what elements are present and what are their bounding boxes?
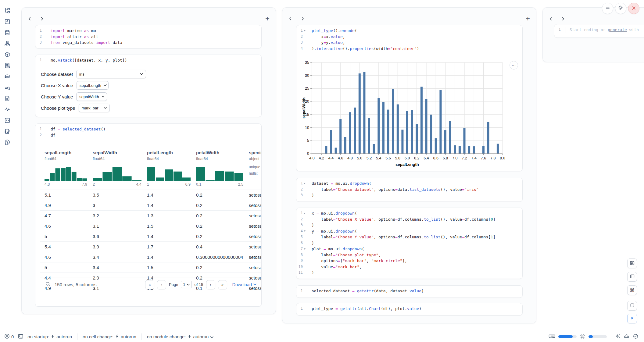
column-next-button[interactable]: [40, 17, 44, 21]
column-next-button[interactable]: [301, 17, 305, 21]
run-all-button[interactable]: [627, 314, 637, 323]
documentation-icon[interactable]: [3, 94, 11, 102]
code-line[interactable]: 4y = mo.ui.dropdown(: [296, 228, 522, 234]
snippets-icon[interactable]: [3, 116, 11, 124]
keyboard-shortcuts-button[interactable]: ⌘: [627, 285, 637, 295]
on-cell-change-config[interactable]: on cell change: autorun: [83, 334, 136, 340]
first-page-button[interactable]: «: [145, 280, 154, 289]
column-prev-button[interactable]: [288, 17, 292, 21]
shutdown-button[interactable]: [628, 3, 639, 14]
save-button[interactable]: [627, 258, 637, 268]
dependency-graph-icon[interactable]: [3, 40, 11, 48]
line-number: 1: [35, 28, 47, 34]
chevron-down-icon: [104, 84, 107, 86]
settings-button[interactable]: [615, 3, 626, 14]
code-line[interactable]: 4).interactive().properties(width="conta…: [296, 46, 522, 52]
chart-options-button[interactable]: ⋯: [510, 61, 518, 69]
code-line[interactable]: 2 x=x.value,: [296, 34, 522, 40]
code-line[interactable]: 3): [296, 222, 522, 228]
add-column-button[interactable]: +: [526, 15, 530, 22]
fold-chevron-icon[interactable]: [304, 230, 306, 232]
on-module-change-config[interactable]: on module change: autorun: [147, 334, 213, 340]
column-header-sepalLength[interactable]: sepalLengthfloat644.37.9: [45, 146, 87, 187]
on-startup-config[interactable]: on startup: autorun: [27, 334, 72, 340]
menu-button[interactable]: [602, 3, 613, 14]
data-sources-icon[interactable]: [3, 29, 11, 37]
app-view-button[interactable]: [627, 301, 637, 311]
column-header-petalWidth[interactable]: petalWidthfloat640.12.5: [196, 146, 243, 187]
code-line[interactable]: 7plot = mo.ui.dropdown(: [296, 246, 522, 252]
column-next-button[interactable]: [561, 17, 565, 21]
code-line[interactable]: 2 label="Choose dataset", options=data.l…: [296, 187, 522, 193]
code-line[interactable]: 1mo.vstack([dataset, x, y, plot]): [35, 57, 261, 63]
column-header-petalLength[interactable]: petalLengthfloat6416.9: [147, 146, 191, 187]
fold-chevron-icon[interactable]: [304, 248, 306, 250]
tracing-icon[interactable]: [3, 105, 11, 113]
dropdown-choose-x-value[interactable]: sepalLength: [77, 81, 109, 90]
last-page-button[interactable]: »: [218, 280, 227, 289]
dropdown-choose-dataset[interactable]: iris: [76, 70, 146, 78]
code-cell-dataframe[interactable]: 1df = selected_dataset()2df sepalLengthf…: [35, 123, 262, 307]
code-line[interactable]: 1plot_type().encode(: [296, 28, 522, 34]
line-number: 7: [296, 246, 308, 252]
code-cell-empty[interactable]: 1Start coding or generate with: [554, 24, 644, 38]
table-search-icon[interactable]: [3, 84, 11, 91]
code-line[interactable]: 3 y=y.value,: [296, 40, 522, 46]
error-count-indicator[interactable]: 0: [4, 333, 14, 340]
column-header-species[interactable]: speciesobjectuniquenulls:: [249, 146, 261, 177]
code-line[interactable]: 8 label="Choose plot type",: [296, 252, 522, 258]
fold-chevron-icon[interactable]: [304, 213, 306, 214]
code-line[interactable]: 5 label="Choose Y value", options=df.col…: [296, 234, 522, 240]
code-line[interactable]: 9 options=["mark_bar", "mark_circle"],: [296, 258, 522, 264]
dropdown-choose-plot-type[interactable]: mark_bar: [79, 104, 110, 112]
code-line[interactable]: 2 label="Choose X value", options=df.col…: [296, 216, 522, 223]
code-line[interactable]: 10 value="mark_bar",: [296, 264, 522, 270]
code-line[interactable]: 1Start coding or generate with: [554, 27, 644, 33]
layout-toggle-button[interactable]: [627, 272, 637, 282]
scratchpad-icon[interactable]: [3, 127, 11, 135]
next-page-button[interactable]: ›: [206, 280, 215, 289]
code-line[interactable]: 1df = selected_dataset(): [35, 126, 261, 132]
column-type: float64: [93, 156, 141, 161]
page-select[interactable]: 1: [181, 281, 191, 288]
code-cell-xy-dropdowns[interactable]: 1x = mo.ui.dropdown(2 label="Choose X va…: [296, 208, 523, 279]
code-line[interactable]: 3): [296, 192, 522, 198]
code-cell-chart[interactable]: 1plot_type().encode(2 x=x.value,3 y=y.va…: [296, 25, 523, 171]
file-tree-icon[interactable]: [3, 7, 11, 15]
ai-chat-icon[interactable]: [3, 73, 11, 80]
code-line[interactable]: 1dataset = mo.ui.dropdown(: [296, 180, 522, 187]
code-line[interactable]: 1selected_dataset = getattr(data, datase…: [296, 288, 522, 294]
code-cell-vstack[interactable]: 1mo.vstack([dataset, x, y, plot]) Choose…: [35, 55, 262, 117]
code-line[interactable]: 6): [296, 240, 522, 246]
help-icon[interactable]: [3, 138, 11, 146]
bar-chart[interactable]: 051015202530354.04.24.44.64.85.05.25.45.…: [301, 59, 514, 168]
code-line[interactable]: 2df: [35, 132, 261, 138]
download-button[interactable]: Download: [232, 282, 257, 287]
terminal-button[interactable]: [18, 333, 23, 340]
column-prev-button[interactable]: [549, 17, 553, 21]
ai-sparkles-button[interactable]: [615, 333, 621, 340]
connection-status-button[interactable]: [633, 333, 639, 340]
code-line[interactable]: 1import marimo as mo: [35, 28, 261, 34]
column-prev-button[interactable]: [28, 17, 32, 21]
code-line[interactable]: 1plot_type = getattr(alt.Chart(df), plot…: [296, 306, 522, 312]
code-cell-selected-dataset[interactable]: 1selected_dataset = getattr(data, datase…: [296, 285, 523, 298]
packages-icon[interactable]: [3, 51, 11, 59]
code-cell-plot-type[interactable]: 1plot_type = getattr(alt.Chart(df), plot…: [296, 303, 523, 315]
code-cell-dataset-dropdown[interactable]: 1dataset = mo.ui.dropdown(2 label="Choos…: [296, 178, 523, 202]
logs-icon[interactable]: [3, 62, 11, 69]
search-icon[interactable]: [45, 281, 51, 288]
column-header-sepalWidth[interactable]: sepalWidthfloat6424.4: [93, 146, 141, 187]
prev-page-button[interactable]: ‹: [157, 280, 166, 289]
functions-icon[interactable]: [3, 18, 11, 26]
fold-chevron-icon[interactable]: [304, 183, 306, 184]
add-column-button[interactable]: +: [265, 15, 270, 22]
assistant-button[interactable]: [624, 333, 630, 340]
code-cell-imports[interactable]: 1import marimo as mo2import altair as al…: [35, 25, 262, 48]
code-line[interactable]: 2import altair as alt: [35, 34, 261, 40]
code-line[interactable]: 3from vega_datasets import data: [35, 40, 261, 46]
code-line[interactable]: 1x = mo.ui.dropdown(: [296, 210, 522, 216]
fold-chevron-icon[interactable]: [304, 30, 306, 31]
dropdown-choose-y-value[interactable]: sepalWidth: [76, 92, 107, 101]
code-line[interactable]: 11): [296, 270, 522, 276]
